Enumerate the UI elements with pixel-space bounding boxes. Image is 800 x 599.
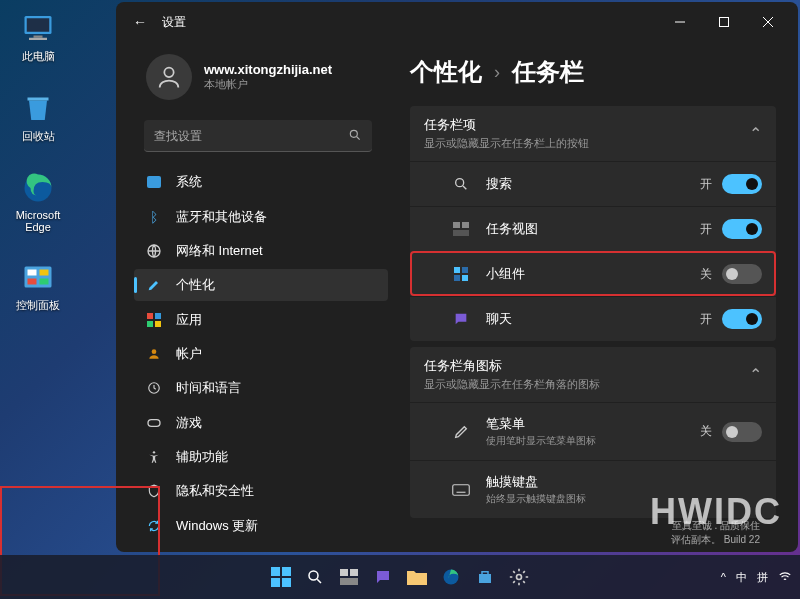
row-subtitle: 使用笔时显示笔菜单图标 bbox=[486, 434, 700, 448]
breadcrumb-parent[interactable]: 个性化 bbox=[410, 56, 482, 88]
privacy-icon bbox=[146, 483, 162, 499]
edge-icon bbox=[20, 170, 56, 206]
svg-rect-32 bbox=[454, 267, 460, 273]
sidebar: www.xitongzhijia.net 本地帐户 系统 ᛒ蓝牙和其他设备 网络… bbox=[116, 42, 396, 552]
setting-widgets: 小组件 关 bbox=[410, 251, 776, 296]
minimize-button[interactable] bbox=[658, 7, 702, 37]
nav-apps[interactable]: 应用 bbox=[134, 303, 388, 335]
svg-rect-22 bbox=[155, 321, 161, 327]
section-header[interactable]: 任务栏项 显示或隐藏显示在任务栏上的按钮 ⌃ bbox=[410, 106, 776, 161]
section-corner-icons: 任务栏角图标 显示或隐藏显示在任务栏角落的图标 ⌃ 笔菜单 使用笔时显示笔菜单图… bbox=[410, 347, 776, 518]
svg-rect-40 bbox=[271, 567, 280, 576]
footer-text: 至真至诚 . 品质保住 评估副本。 Build 22 bbox=[671, 519, 760, 547]
nav-label: 时间和语言 bbox=[176, 379, 241, 397]
nav-privacy[interactable]: 隐私和安全性 bbox=[134, 475, 388, 507]
svg-point-27 bbox=[456, 179, 464, 187]
close-button[interactable] bbox=[746, 7, 790, 37]
nav-label: 帐户 bbox=[176, 345, 202, 363]
toggle-chat[interactable] bbox=[722, 309, 762, 329]
svg-rect-35 bbox=[462, 275, 468, 281]
row-title: 任务视图 bbox=[486, 220, 700, 238]
toggle-state: 开 bbox=[700, 176, 712, 193]
row-title: 笔菜单 bbox=[486, 415, 700, 433]
svg-rect-2 bbox=[34, 36, 43, 38]
desktop-icon-this-pc[interactable]: 此电脑 bbox=[6, 10, 70, 64]
nav-personalization[interactable]: 个性化 bbox=[134, 269, 388, 301]
svg-rect-3 bbox=[29, 38, 47, 40]
footer-line: 至真至诚 . 品质保住 bbox=[671, 519, 760, 533]
nav-label: 隐私和安全性 bbox=[176, 482, 254, 500]
desktop-icon-recycle-bin[interactable]: 回收站 bbox=[6, 90, 70, 144]
setting-taskview: 任务视图 开 bbox=[410, 206, 776, 251]
desktop-label: 此电脑 bbox=[22, 49, 55, 64]
nav-label: 蓝牙和其他设备 bbox=[176, 208, 267, 226]
svg-point-44 bbox=[309, 571, 318, 580]
tray-ime[interactable]: 中 bbox=[736, 570, 747, 585]
svg-point-16 bbox=[350, 130, 357, 137]
user-subtitle: 本地帐户 bbox=[204, 77, 332, 92]
nav-gaming[interactable]: 游戏 bbox=[134, 407, 388, 439]
svg-rect-25 bbox=[148, 419, 160, 426]
taskbar-explorer-icon[interactable] bbox=[403, 563, 431, 591]
tray-chevron-icon[interactable]: ^ bbox=[721, 571, 726, 583]
user-block[interactable]: www.xitongzhijia.net 本地帐户 bbox=[134, 48, 388, 114]
time-icon bbox=[146, 380, 162, 396]
desktop-icon-edge[interactable]: Microsoft Edge bbox=[6, 170, 70, 233]
nav-system[interactable]: 系统 bbox=[134, 166, 388, 198]
row-title: 小组件 bbox=[486, 265, 700, 283]
window-title: 设置 bbox=[162, 14, 186, 31]
toggle-pen[interactable] bbox=[722, 422, 762, 442]
svg-line-17 bbox=[357, 137, 360, 140]
section-taskbar-items: 任务栏项 显示或隐藏显示在任务栏上的按钮 ⌃ 搜索 开 任务视图 开 bbox=[410, 106, 776, 341]
system-tray: ^ 中 拼 bbox=[721, 555, 792, 599]
setting-touch-keyboard: 触摸键盘 始终显示触摸键盘图标 bbox=[410, 460, 776, 518]
search-icon bbox=[348, 128, 362, 146]
svg-rect-9 bbox=[28, 279, 37, 285]
network-icon bbox=[146, 243, 162, 259]
nav-network[interactable]: 网络和 Internet bbox=[134, 235, 388, 267]
tray-ime[interactable]: 拼 bbox=[757, 570, 768, 585]
desktop-icons: 此电脑 回收站 Microsoft Edge 控制面板 bbox=[6, 10, 70, 313]
settings-window: ← 设置 www.xitongzhijia.net 本地帐户 bbox=[116, 2, 798, 552]
nav-update[interactable]: Windows 更新 bbox=[134, 510, 388, 542]
taskbar-edge-icon[interactable] bbox=[437, 563, 465, 591]
accounts-icon bbox=[146, 346, 162, 362]
nav-time[interactable]: 时间和语言 bbox=[134, 372, 388, 404]
toggle-taskview[interactable] bbox=[722, 219, 762, 239]
nav-label: 个性化 bbox=[176, 276, 215, 294]
tray-network-icon[interactable] bbox=[778, 569, 792, 585]
svg-point-23 bbox=[152, 349, 157, 354]
section-header[interactable]: 任务栏角图标 显示或隐藏显示在任务栏角落的图标 ⌃ bbox=[410, 347, 776, 402]
taskview-icon bbox=[450, 222, 472, 236]
toggle-search[interactable] bbox=[722, 174, 762, 194]
svg-rect-21 bbox=[147, 321, 153, 327]
svg-rect-12 bbox=[720, 18, 729, 27]
nav-accounts[interactable]: 帐户 bbox=[134, 338, 388, 370]
taskbar-chat-icon[interactable] bbox=[369, 563, 397, 591]
desktop-icon-control-panel[interactable]: 控制面板 bbox=[6, 259, 70, 313]
taskbar-store-icon[interactable] bbox=[471, 563, 499, 591]
toggle-widgets[interactable] bbox=[722, 264, 762, 284]
personalization-icon bbox=[146, 277, 162, 293]
search-input[interactable] bbox=[144, 120, 372, 152]
row-subtitle: 始终显示触摸键盘图标 bbox=[486, 492, 762, 506]
svg-rect-8 bbox=[40, 270, 49, 276]
svg-point-26 bbox=[153, 451, 155, 453]
control-panel-icon bbox=[20, 259, 56, 295]
nav-accessibility[interactable]: 辅助功能 bbox=[134, 441, 388, 473]
svg-rect-33 bbox=[462, 267, 468, 273]
taskbar-search-icon[interactable] bbox=[301, 563, 329, 591]
svg-rect-4 bbox=[28, 98, 49, 101]
svg-rect-43 bbox=[282, 578, 291, 587]
taskbar-settings-icon[interactable] bbox=[505, 563, 533, 591]
bluetooth-icon: ᛒ bbox=[146, 209, 162, 225]
taskbar-taskview-icon[interactable] bbox=[335, 563, 363, 591]
maximize-button[interactable] bbox=[702, 7, 746, 37]
this-pc-icon bbox=[20, 10, 56, 46]
back-button[interactable]: ← bbox=[124, 14, 156, 30]
section-subtitle: 显示或隐藏显示在任务栏角落的图标 bbox=[424, 377, 749, 392]
nav-bluetooth[interactable]: ᛒ蓝牙和其他设备 bbox=[134, 200, 388, 232]
svg-point-15 bbox=[164, 68, 173, 77]
svg-rect-42 bbox=[271, 578, 280, 587]
start-button[interactable] bbox=[267, 563, 295, 591]
